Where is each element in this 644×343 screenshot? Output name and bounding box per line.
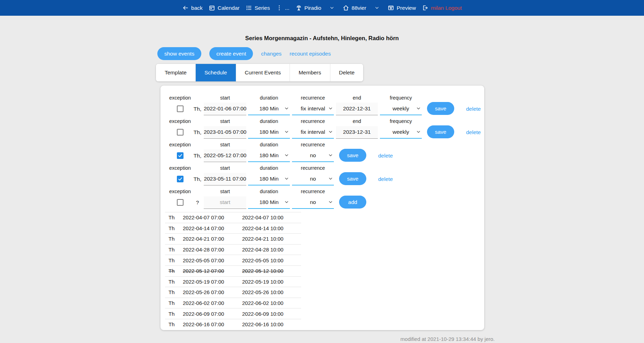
changes-link[interactable]: changes [261,51,282,57]
occurrence-end: 2022-04-21 10:00 [242,234,301,245]
nav-station[interactable]: 88vier [343,5,366,11]
duration-label: duration [260,118,278,126]
exception-label: exception [169,95,191,102]
occurrence-start: 2022-05-26 07:00 [183,287,242,298]
delete-link[interactable]: delete [466,129,481,136]
tab-delete[interactable]: Delete [330,64,364,81]
occurrence-end: 2022-05-26 10:00 [242,287,301,298]
tab-template[interactable]: Template [156,64,196,81]
exception-checkbox[interactable] [177,129,184,136]
tab-schedule[interactable]: Schedule [196,64,236,81]
exception-label: exception [169,189,191,196]
chevron-down-icon [284,153,289,158]
end-input[interactable] [336,126,378,139]
duration-value: 180 Min [259,199,278,205]
action-bar: show events create event changes recount… [157,47,331,60]
nav-series[interactable]: Series [246,5,270,11]
nav-more-label: ... [285,5,290,11]
chevron-down-icon [284,176,289,181]
tab-current-events[interactable]: Current Events [236,64,290,81]
duration-select[interactable]: 180 Min [248,149,290,162]
recurrence-select[interactable]: no [292,149,334,162]
start-input[interactable] [204,173,246,185]
recurrence-label: recurrence [301,95,325,102]
occurrence-end: 2022-04-07 10:00 [242,212,301,223]
occurrence-day: Th [165,287,183,298]
occurrence-day: Th [165,308,183,319]
nav-more[interactable]: ... [276,5,290,11]
occurrence-start: 2022-06-09 07:00 [183,308,242,319]
occurrence-row: Th 2022-06-02 07:00 2022-06-02 10:00 [165,298,301,308]
occurrence-row: Th 2022-04-14 07:00 2022-04-14 10:00 [165,223,301,234]
delete-link[interactable]: delete [378,153,393,159]
recurrence-value: fix interval [301,129,325,135]
chevron-down-icon [416,129,421,134]
occurrence-end: 2022-05-12 10:00 [242,265,301,276]
recurrence-select[interactable]: no [292,173,334,185]
nav-logout[interactable]: milan Logout [422,5,462,11]
frequency-select[interactable]: weekly [380,103,422,115]
logout-icon [422,5,428,11]
station-dropdown[interactable] [374,5,380,10]
recount-episodes-link[interactable]: recount episodes [290,51,331,57]
chevron-down-icon [328,176,333,181]
show-events-button[interactable]: show events [157,47,201,60]
check-icon [178,153,183,158]
recurrence-label: recurrence [301,189,325,196]
chevron-down-icon [374,5,380,10]
chevron-down-icon [284,129,289,134]
occurrence-end: 2022-05-19 10:00 [242,276,301,287]
save-button[interactable]: save [427,125,454,138]
start-input[interactable] [204,196,246,209]
start-label: start [220,142,230,149]
tab-members[interactable]: Members [290,64,330,81]
add-button[interactable]: add [339,196,366,209]
delete-link[interactable]: delete [466,106,481,112]
exception-checkbox[interactable] [177,176,184,182]
occurrence-start: 2022-06-02 07:00 [183,298,242,308]
nav-calendar[interactable]: Calendar [209,5,240,11]
end-input[interactable] [336,103,378,115]
day-label: Th, [194,106,201,112]
nav-piradio[interactable]: Piradio [295,5,321,11]
save-button[interactable]: save [339,149,366,162]
recurrence-select[interactable]: fix interval [292,126,334,139]
recurrence-label: recurrence [301,142,325,149]
create-event-button[interactable]: create event [209,47,253,60]
occurrence-end: 2022-06-02 10:00 [242,298,301,308]
exception-checkbox[interactable] [177,199,184,206]
duration-select[interactable]: 180 Min [248,173,290,185]
occurrence-day: Th [165,276,183,287]
start-label: start [220,95,230,102]
save-button[interactable]: save [339,172,366,185]
duration-select[interactable]: 180 Min [248,196,290,209]
recurrence-value: no [310,152,316,159]
chevron-down-icon [328,153,333,158]
nav-piradio-label: Piradio [305,5,321,11]
nav-series-label: Series [255,5,270,11]
occurrence-start: 2022-04-07 07:00 [183,212,242,223]
occurrence-row: Th 2022-05-26 07:00 2022-05-26 10:00 [165,287,301,298]
frequency-select[interactable]: weekly [380,126,422,139]
exception-checkbox[interactable] [177,152,184,159]
nav-back[interactable]: back [182,5,203,11]
start-input[interactable] [204,126,246,139]
recurrence-select[interactable]: fix interval [292,103,334,115]
nav-preview[interactable]: Preview [388,5,416,11]
schedule-row-3: exception Th, start duration 180 Min rec… [160,142,484,162]
nav-calendar-label: Calendar [218,5,240,11]
duration-select[interactable]: 180 Min [248,126,290,139]
occurrence-end: 2022-05-05 10:00 [242,255,301,266]
day-label: Th, [194,153,201,159]
occurrence-row: Th 2022-06-09 07:00 2022-06-09 10:00 [165,308,301,319]
recurrence-select[interactable]: no [292,196,334,209]
exception-checkbox[interactable] [177,105,184,112]
start-input[interactable] [204,103,246,115]
duration-select[interactable]: 180 Min [248,103,290,115]
start-input[interactable] [204,149,246,162]
check-icon [178,176,183,182]
occurrences-table: Th 2022-04-07 07:00 2022-04-07 10:00 Th … [165,212,301,330]
save-button[interactable]: save [427,102,454,115]
piradio-dropdown[interactable] [329,5,335,10]
delete-link[interactable]: delete [378,176,393,182]
